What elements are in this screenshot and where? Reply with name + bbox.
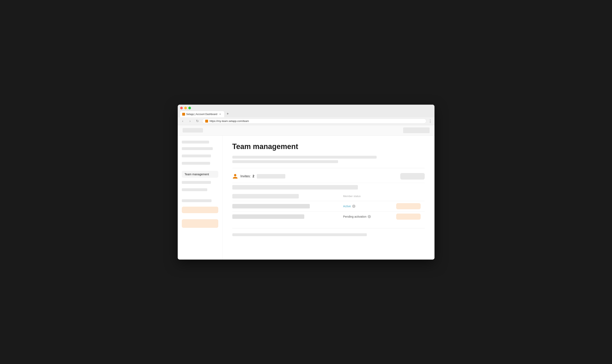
- maximize-button[interactable]: [188, 107, 191, 109]
- description-block: [232, 156, 425, 163]
- tab-favicon-icon: [182, 113, 185, 116]
- page-title: Team management: [232, 142, 425, 151]
- sidebar-placeholder-4: [182, 162, 210, 165]
- active-action-button[interactable]: [396, 203, 421, 209]
- sidebar: Team management: [178, 136, 223, 260]
- page-topbar: [178, 125, 435, 136]
- browser-window: Setapp | Account Dashboard × + ‹ › ↻ htt…: [178, 105, 435, 260]
- tab-close-button[interactable]: ×: [218, 113, 222, 116]
- sidebar-placeholder-6: [182, 188, 207, 191]
- topbar-right-placeholder: [403, 128, 430, 133]
- invites-label: Invites: 2: [241, 174, 254, 178]
- address-bar[interactable]: https://my-team.setapp.com/team: [202, 118, 426, 124]
- more-options-button[interactable]: ⋮: [428, 119, 432, 123]
- user-icon: [232, 173, 238, 179]
- sidebar-cta-button-2[interactable]: [182, 219, 218, 228]
- active-member-name-placeholder: [232, 204, 310, 208]
- page-layout: Team management Team management: [178, 136, 435, 260]
- pending-info-icon[interactable]: i: [368, 215, 371, 218]
- status-pending-text: Pending activation i: [343, 215, 384, 218]
- member-row-placeholder-1: [232, 183, 425, 192]
- invites-row: Invites: 2: [232, 173, 425, 180]
- tab-label: Setapp | Account Dashboard: [186, 113, 218, 116]
- member-row-pending: Pending activation i: [232, 211, 425, 222]
- col-member-placeholder: [232, 194, 299, 198]
- minimize-button[interactable]: [184, 107, 187, 109]
- invites-bar-placeholder: [257, 174, 285, 179]
- close-button[interactable]: [180, 107, 183, 109]
- sidebar-placeholder-7: [182, 199, 212, 202]
- sidebar-cta-button-1[interactable]: [182, 207, 218, 213]
- back-button[interactable]: ‹: [180, 118, 185, 124]
- url-text: https://my-team.setapp.com/team: [210, 119, 249, 123]
- pending-action-button[interactable]: [396, 214, 421, 220]
- sidebar-placeholder-3: [182, 155, 211, 157]
- members-table-header: Member status: [232, 192, 425, 201]
- browser-chrome: Setapp | Account Dashboard × +: [178, 105, 435, 117]
- bottom-placeholder: [232, 233, 367, 236]
- forward-button[interactable]: ›: [188, 118, 193, 124]
- sidebar-placeholder-2: [182, 147, 213, 150]
- desc-placeholder-1: [232, 156, 377, 159]
- refresh-button[interactable]: ↻: [195, 118, 200, 124]
- sidebar-item-label: Team management: [185, 173, 209, 176]
- page-topbar-wrapper: [178, 125, 435, 136]
- address-bar-row: ‹ › ↻ https://my-team.setapp.com/team ⋮: [178, 117, 435, 125]
- member-placeholder-1: [232, 185, 358, 190]
- bottom-section: [232, 228, 425, 236]
- active-info-icon[interactable]: i: [352, 205, 355, 208]
- member-row-active: Active i: [232, 201, 425, 211]
- main-content: Team management Invites: 2: [223, 136, 435, 260]
- members-section: Member status Active i: [232, 183, 425, 222]
- bottom-divider: [232, 228, 425, 228]
- invites-count: 2: [253, 174, 254, 178]
- desc-placeholder-2: [232, 160, 338, 163]
- divider: [232, 168, 425, 168]
- tab-bar: Setapp | Account Dashboard × +: [180, 111, 432, 117]
- new-tab-button[interactable]: +: [225, 111, 231, 117]
- sidebar-item-team-management[interactable]: Team management: [182, 171, 218, 178]
- page-content: Team management Team management: [178, 125, 435, 260]
- logo-placeholder: [183, 128, 203, 132]
- address-favicon-icon: [205, 120, 208, 123]
- member-status-header: Member status: [343, 195, 396, 198]
- status-active-text: Active i: [343, 205, 384, 208]
- top-right-action-placeholder[interactable]: [400, 173, 425, 180]
- sidebar-placeholder-1: [182, 141, 209, 143]
- browser-tab[interactable]: Setapp | Account Dashboard ×: [180, 111, 224, 117]
- traffic-lights: [180, 107, 432, 109]
- pending-member-name-placeholder: [232, 214, 304, 219]
- sidebar-placeholder-5: [182, 181, 211, 184]
